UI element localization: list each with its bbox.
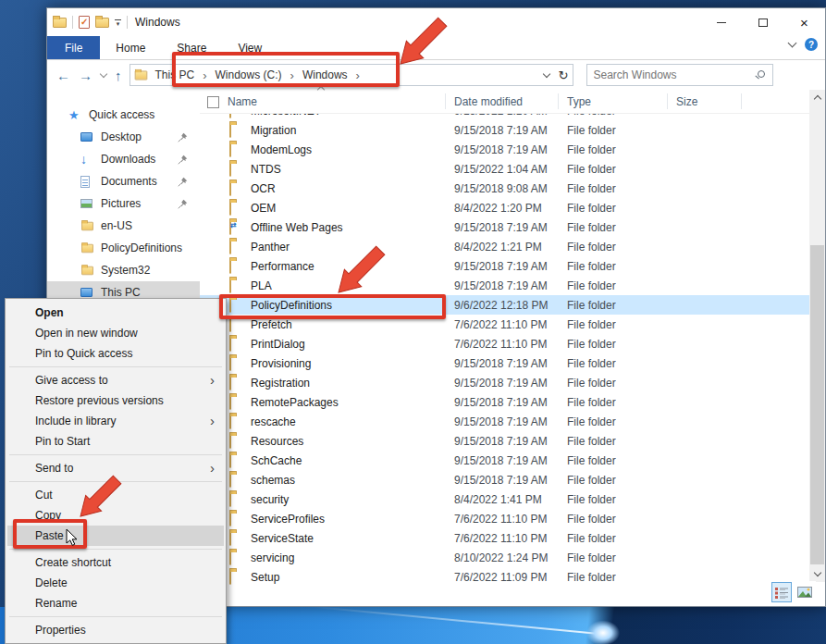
menu-item-label: Pin to Quick access	[35, 347, 132, 360]
tab-file[interactable]: File	[47, 36, 100, 59]
file-row-schemas[interactable]: schemas9/15/2018 7:19 AMFile folder	[200, 470, 809, 489]
context-menu-item-cut[interactable]: Cut	[7, 485, 224, 505]
customize-toolbar-dropdown-icon[interactable]: ▾	[115, 19, 121, 26]
file-row-servicestate[interactable]: ServiceState7/6/2022 11:10 PMFile folder	[200, 528, 809, 548]
sidebar-item-pictures[interactable]: Pictures	[47, 192, 200, 215]
help-icon[interactable]: ?	[805, 38, 818, 51]
sidebar-item-policydefinitions[interactable]: PolicyDefinitions	[47, 237, 200, 259]
context-menu-item-send-to[interactable]: Send to›	[7, 458, 224, 478]
search-box[interactable]	[586, 64, 773, 86]
menu-separator	[9, 366, 222, 367]
folder-icon	[229, 396, 251, 409]
file-row-modemlogs[interactable]: ModemLogs9/15/2018 7:19 AMFile folder	[200, 140, 809, 159]
title-bar[interactable]: ▾ Windows ×	[47, 8, 825, 36]
file-type: File folder	[567, 377, 673, 390]
file-row-ocr[interactable]: OCR9/15/2018 9:08 AMFile folder	[200, 179, 809, 198]
folder-icon	[80, 243, 96, 254]
scroll-up-icon[interactable]	[809, 90, 825, 105]
menu-item-label: Create shortcut	[35, 556, 111, 569]
context-menu-item-delete[interactable]: Delete	[7, 573, 224, 593]
file-type: File folder	[567, 435, 673, 448]
close-button[interactable]: ×	[783, 8, 825, 36]
context-menu-item-create-shortcut[interactable]: Create shortcut	[7, 552, 224, 573]
file-row-serviceprofiles[interactable]: ServiceProfiles7/6/2022 11:10 PMFile fol…	[200, 509, 809, 528]
file-date-modified: 9/15/2018 7:19 AM	[454, 143, 567, 156]
file-row-security[interactable]: security8/4/2022 1:41 PMFile folder	[200, 489, 809, 509]
file-row-oem[interactable]: OEM8/4/2022 1:20 PMFile folder	[200, 198, 809, 217]
file-date-modified: 7/6/2022 11:09 PM	[454, 571, 567, 584]
properties-check-icon[interactable]	[79, 16, 90, 29]
file-row-panther[interactable]: Panther8/4/2022 1:21 PMFile folder	[200, 237, 809, 256]
address-dropdown-icon[interactable]	[542, 69, 549, 77]
annotation-box-breadcrumb	[172, 52, 400, 87]
context-menu-item-open[interactable]: Open	[7, 303, 224, 323]
file-type: File folder	[567, 182, 673, 195]
file-row-remotepackages[interactable]: RemotePackages9/15/2018 7:19 AMFile fold…	[200, 392, 809, 412]
context-menu-item-pin-to-start[interactable]: Pin to Start	[7, 431, 224, 452]
context-menu-item-rename[interactable]: Rename	[7, 593, 224, 613]
expand-ribbon-icon[interactable]	[788, 38, 797, 47]
thumbnails-view-button[interactable]	[795, 582, 815, 602]
file-row-offline-web-pages[interactable]: ⇄Offline Web Pages9/15/2018 7:19 AMFile …	[200, 217, 809, 237]
sidebar-item-system32[interactable]: System32	[47, 259, 200, 281]
context-menu-item-properties[interactable]: Properties	[7, 620, 224, 640]
ribbon-tabs: FileHomeShareView	[47, 36, 825, 60]
context-menu-item-include-in-library[interactable]: Include in library›	[7, 411, 224, 431]
folder-icon	[229, 357, 251, 370]
file-row-schcache[interactable]: SchCache9/15/2018 7:19 AMFile folder	[200, 451, 809, 470]
scrollbar-thumb[interactable]	[810, 245, 824, 564]
sidebar-item-desktop[interactable]: Desktop	[47, 126, 200, 148]
file-type: File folder	[567, 114, 673, 118]
sidebar-item-downloads[interactable]: ↓Downloads	[47, 148, 200, 170]
column-header-type[interactable]: Type	[567, 95, 591, 108]
column-header-size[interactable]: Size	[676, 95, 697, 108]
file-row-printdialog[interactable]: PrintDialog7/6/2022 11:10 PMFile folder	[200, 334, 809, 353]
search-input[interactable]	[587, 68, 745, 81]
context-menu-item-give-access-to[interactable]: Give access to›	[7, 370, 224, 390]
up-button[interactable]: ↑	[115, 68, 122, 83]
file-type: File folder	[567, 279, 673, 292]
file-type: File folder	[567, 513, 673, 526]
file-row-rescache[interactable]: rescache9/15/2018 7:19 AMFile folder	[200, 412, 809, 431]
annotation-box-policydefinitions	[219, 294, 446, 319]
sidebar-item-label: en-US	[101, 219, 132, 232]
submenu-chevron-icon: ›	[210, 458, 215, 478]
context-menu-item-pin-to-quick-access[interactable]: Pin to Quick access	[7, 343, 224, 364]
minimize-button[interactable]	[700, 8, 742, 36]
recent-locations-icon[interactable]	[100, 69, 107, 77]
scroll-down-icon[interactable]	[809, 566, 825, 582]
context-menu-item-restore-previous-versions[interactable]: Restore previous versions	[7, 390, 224, 411]
file-row-pla[interactable]: PLA9/15/2018 7:19 AMFile folder	[200, 276, 809, 295]
file-row-migration[interactable]: Migration9/15/2018 7:19 AMFile folder	[200, 120, 809, 140]
context-menu-item-open-in-new-window[interactable]: Open in new window	[7, 323, 224, 343]
sidebar-item-quick-access[interactable]: ★Quick access	[47, 104, 200, 126]
desktop-icon	[80, 288, 96, 297]
file-row-servicing[interactable]: servicing8/10/2022 1:24 PMFile folder	[200, 548, 809, 567]
file-row-registration[interactable]: Registration9/15/2018 7:19 AMFile folder	[200, 373, 809, 392]
back-button[interactable]: ←	[56, 68, 70, 83]
details-view-button[interactable]	[771, 582, 792, 602]
sidebar-item-en-us[interactable]: en-US	[47, 215, 200, 237]
forward-button[interactable]: →	[79, 68, 92, 83]
file-date-modified: 9/15/2018 7:19 AM	[454, 396, 567, 409]
file-row-microsoft-net[interactable]: Microsoft.NET9/15/2022 1:10 AMFile folde…	[200, 114, 809, 120]
details-view-icon	[774, 587, 789, 599]
refresh-icon[interactable]: ↻	[559, 68, 569, 82]
maximize-button[interactable]	[742, 8, 783, 36]
pin-icon	[178, 199, 188, 209]
file-row-performance[interactable]: Performance9/15/2018 7:19 AMFile folder	[200, 256, 809, 276]
column-header-name[interactable]: Name	[228, 95, 257, 108]
tab-home[interactable]: Home	[100, 36, 161, 59]
file-date-modified: 9/15/2018 7:19 AM	[454, 357, 567, 370]
new-folder-icon[interactable]	[95, 18, 109, 28]
column-header-date[interactable]: Date modified	[454, 95, 523, 108]
file-type: File folder	[567, 163, 673, 176]
file-row-ntds[interactable]: NTDS9/15/2022 1:04 AMFile folder	[200, 159, 809, 179]
select-all-checkbox[interactable]	[207, 96, 219, 108]
vertical-scrollbar[interactable]	[809, 90, 825, 582]
file-name: schemas	[251, 474, 454, 487]
sidebar-item-documents[interactable]: Documents	[47, 170, 200, 192]
file-row-provisioning[interactable]: Provisioning9/15/2018 7:19 AMFile folder	[200, 353, 809, 373]
file-row-setup[interactable]: Setup7/6/2022 11:09 PMFile folder	[200, 567, 809, 587]
file-row-resources[interactable]: Resources9/15/2018 7:19 AMFile folder	[200, 431, 809, 451]
